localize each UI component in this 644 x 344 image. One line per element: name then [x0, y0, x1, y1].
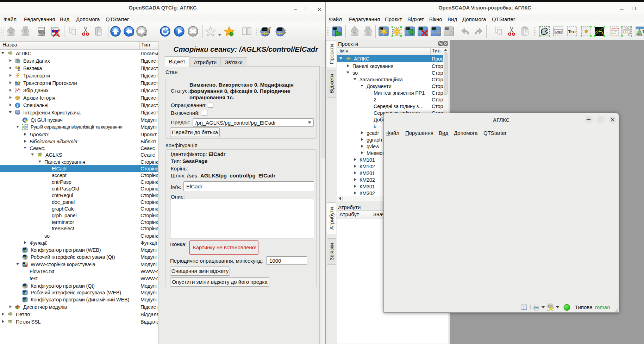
svg-text:10.95: 10.95	[278, 29, 283, 31]
svg-text:?: ?	[17, 103, 19, 107]
svg-text:Not parsed: Not parsed	[611, 34, 618, 36]
svg-text:10.9: 10.9	[23, 255, 26, 257]
svg-text:Enter|: Enter|	[555, 31, 562, 33]
svg-text:10.95: 10.95	[406, 28, 411, 30]
svg-text:T: T	[642, 29, 644, 33]
svg-text:10.95: 10.95	[432, 28, 437, 30]
svg-text:АГЛКС: АГЛКС	[8, 52, 13, 54]
svg-text:10.95: 10.95	[419, 28, 424, 30]
svg-text:10.95: 10.95	[445, 28, 450, 30]
svg-text:10.95: 10.95	[263, 29, 268, 31]
svg-text:АГЛКС: АГЛКС	[8, 321, 13, 322]
svg-text:АГЛКС: АГЛКС	[8, 313, 13, 315]
svg-text:АГЛКС: АГЛКС	[346, 58, 351, 59]
svg-text:10.95: 10.95	[333, 28, 338, 30]
svg-text:АГЛКС: АГЛКС	[38, 154, 42, 155]
svg-text:Value: Value	[636, 33, 642, 36]
svg-text:Text: Text	[568, 29, 576, 34]
svg-text:Order: Order	[625, 27, 630, 29]
